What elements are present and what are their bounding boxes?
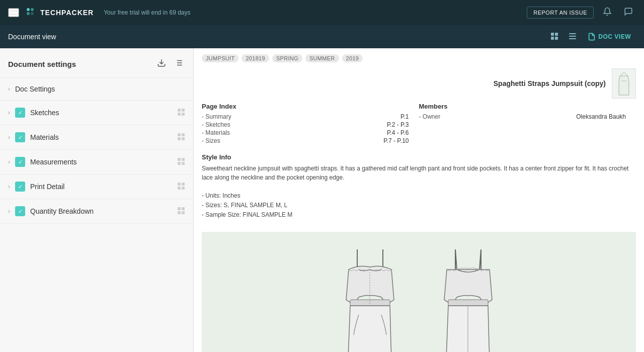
svg-rect-25 <box>182 137 185 140</box>
layout-icon <box>177 207 185 216</box>
tag-201819: 201819 <box>242 54 269 62</box>
logo: TECHPACKER <box>25 7 94 19</box>
page-title: Document view <box>8 33 546 41</box>
download-button[interactable] <box>155 56 168 71</box>
jumpsuit-front-sketch <box>331 244 409 352</box>
sketches-value: P.2 - P.3 <box>387 121 409 128</box>
sketches-label: - Sketches <box>202 121 230 128</box>
report-issue-button[interactable]: REPORT AN ISSUE <box>527 7 594 19</box>
notification-bell-button[interactable] <box>600 4 615 21</box>
style-info-heading: Style Info <box>202 153 636 161</box>
svg-rect-36 <box>178 211 181 214</box>
page-index-sizes: - Sizes P.7 - P.10 <box>202 137 409 144</box>
svg-rect-6 <box>551 37 554 40</box>
svg-rect-33 <box>182 187 185 190</box>
owner-label: - Owner <box>419 113 441 120</box>
layout-icon <box>177 157 185 167</box>
page-index-materials: - Materials P.4 - P.6 <box>202 129 409 136</box>
sidebar-item-label: Sketches <box>30 109 172 117</box>
svg-rect-32 <box>178 187 181 190</box>
doc-view-button[interactable]: DOC VIEW <box>583 29 636 45</box>
svg-rect-8 <box>569 33 576 34</box>
svg-rect-35 <box>182 207 185 210</box>
sidebar-item-label: Quantity Breakdown <box>30 207 172 215</box>
svg-rect-24 <box>178 137 181 140</box>
materials-value: P.4 - P.6 <box>387 129 409 136</box>
owner-value: Oleksandra Baukh <box>576 113 626 120</box>
tag-2019: 2019 <box>342 54 363 62</box>
chevron-right-icon: › <box>8 183 10 190</box>
tag-summer: SUMMER <box>305 54 339 62</box>
svg-rect-21 <box>182 113 185 116</box>
svg-rect-22 <box>178 133 181 136</box>
svg-line-38 <box>620 72 624 76</box>
svg-rect-49 <box>448 300 488 306</box>
document-page: JUMPSUIT 201819 SPRING SUMMER 2019 Spagh… <box>194 48 644 352</box>
style-sample-size: - Sample Size: FINAL SAMPLE M <box>202 210 636 219</box>
sidebar-actions <box>155 56 185 71</box>
svg-rect-30 <box>178 183 181 186</box>
chevron-right-icon: › <box>8 109 10 116</box>
messages-button[interactable] <box>621 4 636 21</box>
materials-label: - Materials <box>202 129 230 136</box>
checkbox-quantity-breakdown: ✓ <box>15 206 25 216</box>
svg-rect-28 <box>178 162 181 165</box>
svg-rect-34 <box>178 207 181 210</box>
checkbox-measurements: ✓ <box>15 157 25 167</box>
sidebar-item-materials[interactable]: › ✓ Materials <box>0 125 193 150</box>
jumpsuit-back-sketch <box>429 244 507 352</box>
sidebar-item-label: Doc Settings <box>15 85 185 93</box>
layout-icon <box>177 133 185 142</box>
layout-icon <box>177 108 185 118</box>
sidebar-item-print-detail[interactable]: › ✓ Print Detail <box>0 174 193 199</box>
page-index-block: Page Index - Summary P.1 - Sketches P.2 … <box>202 103 419 145</box>
reorder-button[interactable] <box>172 56 185 71</box>
list-view-button[interactable] <box>565 29 581 45</box>
svg-rect-29 <box>182 162 185 165</box>
sidebar-title: Document settings <box>8 60 76 68</box>
sidebar: Document settings <box>0 48 194 352</box>
svg-line-39 <box>624 72 628 76</box>
sidebar-item-sketches[interactable]: › ✓ Sketches <box>0 101 193 125</box>
grid-view-button[interactable] <box>546 29 562 45</box>
sidebar-item-doc-settings[interactable]: › Doc Settings <box>0 78 193 101</box>
top-navigation: TECHPACKER Your free trial will end in 6… <box>0 0 644 25</box>
trial-text: Your free trial will end in 69 days <box>104 9 190 16</box>
chevron-right-icon: › <box>8 208 10 215</box>
sidebar-item-quantity-breakdown[interactable]: › ✓ Quantity Breakdown <box>0 199 193 224</box>
svg-rect-37 <box>182 211 185 214</box>
chevron-right-icon: › <box>8 85 10 93</box>
svg-point-2 <box>27 12 30 15</box>
svg-rect-20 <box>178 113 181 116</box>
sidebar-item-measurements[interactable]: › ✓ Measurements <box>0 150 193 174</box>
svg-rect-10 <box>569 38 576 39</box>
members-block: Members - Owner Oleksandra Baukh <box>419 103 636 145</box>
sizes-label: - Sizes <box>202 137 220 144</box>
layout-icon <box>177 182 185 192</box>
sizes-value: P.7 - P.10 <box>383 137 409 144</box>
svg-rect-18 <box>178 109 181 112</box>
sketch-area <box>202 232 636 352</box>
svg-rect-4 <box>551 33 554 36</box>
members-heading: Members <box>419 103 626 110</box>
checkbox-print-detail: ✓ <box>15 182 25 192</box>
svg-rect-27 <box>182 158 185 161</box>
summary-label: - Summary <box>202 113 231 120</box>
document-title: Spaghetti Straps Jumpsuit (copy) <box>494 79 606 87</box>
style-info-description: Sweetheart neckline jumpsuit with spaghe… <box>202 164 636 219</box>
checkbox-materials: ✓ <box>15 132 25 142</box>
hamburger-menu[interactable] <box>8 8 19 17</box>
main-layout: Document settings <box>0 48 644 352</box>
style-units: - Units: Inches <box>202 191 636 200</box>
svg-rect-26 <box>178 158 181 161</box>
page-index-sketches: - Sketches P.2 - P.3 <box>202 121 409 128</box>
owner-row: - Owner Oleksandra Baukh <box>419 113 626 120</box>
svg-rect-7 <box>555 37 558 40</box>
svg-rect-23 <box>182 133 185 136</box>
svg-point-1 <box>31 8 34 11</box>
logo-icon <box>25 7 37 19</box>
sidebar-item-label: Measurements <box>30 158 172 166</box>
svg-rect-31 <box>182 183 185 186</box>
page-index-summary: - Summary P.1 <box>202 113 409 120</box>
svg-point-0 <box>27 8 30 11</box>
